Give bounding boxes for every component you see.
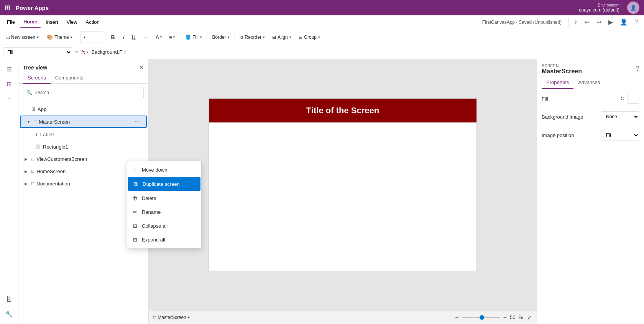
- app-grid-icon[interactable]: ⊞: [5, 3, 10, 12]
- property-select[interactable]: Fill: [3, 47, 72, 57]
- ctx-item-collapse-all[interactable]: ⊟ Collapse all: [127, 219, 201, 233]
- image-position-select[interactable]: Fit: [601, 130, 639, 141]
- theme-icon: 🎨: [47, 34, 53, 40]
- ctx-item-rename[interactable]: ✏ Rename: [127, 205, 201, 219]
- group-icon: ⊟: [299, 35, 302, 40]
- homescreen-expander[interactable]: ▶: [23, 168, 29, 174]
- documentation-icon: □: [31, 181, 34, 186]
- toolbar-sep-2: [105, 33, 105, 42]
- reorder-button[interactable]: ⧉ Reorder ▾: [237, 31, 268, 43]
- fill-button[interactable]: 🪣 Fill ▾: [182, 31, 205, 43]
- border-label: Border: [212, 35, 226, 40]
- border-button[interactable]: Border ▾: [209, 31, 233, 43]
- group-button[interactable]: ⊟ Group ▾: [296, 31, 323, 43]
- italic-button[interactable]: I: [120, 31, 128, 43]
- menu-item-home[interactable]: Home: [20, 17, 41, 28]
- tree-panel-title: Tree view: [23, 64, 47, 71]
- help-icon[interactable]: ?: [631, 17, 641, 27]
- environment-label: Environment: [598, 3, 619, 7]
- play-icon[interactable]: ▶: [605, 17, 616, 27]
- move-down-icon: ↓: [132, 167, 138, 173]
- group-label: Group: [304, 35, 317, 40]
- align-label: Align: [278, 35, 288, 40]
- screen-title-text: Title of the Screen: [306, 106, 379, 116]
- title-bar: ⊞ Power Apps Environment enayu.com (defa…: [0, 0, 644, 15]
- sidebar-components-icon[interactable]: ⊞: [2, 77, 16, 91]
- viewcustomers-expander[interactable]: ▶: [23, 156, 29, 162]
- screen-title-bar: Title of the Screen: [209, 99, 476, 122]
- redo-icon[interactable]: ↪: [593, 17, 605, 27]
- documentation-expander[interactable]: ▶: [23, 180, 29, 187]
- prop-tab-advanced[interactable]: Advanced: [573, 76, 605, 89]
- masterscreen-icon: □: [34, 119, 36, 124]
- fx-button[interactable]: fx ▾: [81, 49, 88, 55]
- align-btn[interactable]: ⊞ Align ▾: [269, 31, 294, 43]
- prop-tab-properties[interactable]: Properties: [542, 76, 573, 89]
- ctx-item-duplicate[interactable]: ⧉ Duplicate screen: [128, 177, 200, 191]
- screen-nav-label: MasterScreen: [158, 315, 186, 320]
- sidebar-tools-icon[interactable]: 🔧: [2, 307, 16, 321]
- tree-item-masterscreen[interactable]: ▾ □ MasterScreen ···: [20, 116, 147, 128]
- ctx-item-move-down[interactable]: ↓ Move down: [127, 163, 201, 177]
- menu-item-insert[interactable]: Insert: [42, 17, 62, 27]
- tree-item-app[interactable]: ⊞ App: [18, 103, 148, 115]
- canvas-bottom-bar: □ MasterScreen ▾ − + 50 % ⤢: [149, 310, 537, 324]
- tab-screens[interactable]: Screens: [23, 73, 51, 84]
- ctx-item-expand-all[interactable]: ⊞ Expand all: [127, 233, 201, 246]
- delete-label: Delete: [142, 195, 156, 201]
- delete-icon: 🗑: [132, 195, 138, 201]
- masterscreen-expander[interactable]: ▾: [25, 119, 31, 125]
- formula-input[interactable]: [91, 47, 641, 57]
- new-screen-label: New screen: [11, 35, 35, 40]
- rename-label: Rename: [142, 209, 161, 215]
- toolbar-sep-4: [207, 33, 207, 42]
- right-panel-help-icon[interactable]: ?: [636, 65, 639, 72]
- masterscreen-label: MasterScreen: [39, 119, 131, 125]
- toolbar-sep-3: [180, 33, 180, 42]
- sidebar-data-icon[interactable]: 🗄: [2, 293, 16, 306]
- close-panel-button[interactable]: ✕: [139, 64, 144, 71]
- avatar[interactable]: 👤: [627, 2, 639, 14]
- underline-button[interactable]: U: [129, 31, 139, 43]
- menu-item-file[interactable]: File: [3, 17, 19, 27]
- screen-nav-caret[interactable]: ▾: [188, 315, 190, 319]
- theme-button[interactable]: 🎨 Theme ▾: [43, 31, 76, 43]
- align-button[interactable]: ≡▾: [166, 31, 178, 43]
- reload-fill-icon[interactable]: ↻: [620, 96, 625, 102]
- zoom-slider[interactable]: [462, 317, 500, 318]
- move-down-label: Move down: [142, 167, 167, 173]
- zoom-minus-button[interactable]: −: [455, 314, 458, 321]
- tree-item-label1[interactable]: T Label1: [18, 128, 148, 141]
- font-color-button[interactable]: A▾: [153, 31, 165, 43]
- sidebar-expand-icon[interactable]: ☰: [2, 62, 16, 76]
- tree-item-rectangle1[interactable]: ⬜ Rectangle1: [18, 141, 148, 153]
- new-screen-button[interactable]: □ New screen ▾: [3, 31, 42, 43]
- undo-icon[interactable]: ↩: [582, 17, 593, 27]
- tree-panel: Tree view ✕ Screens Components 🔍 ⊞ App ▾…: [18, 59, 149, 324]
- fx-caret: ▾: [86, 50, 88, 54]
- health-check-icon[interactable]: ⚕: [571, 17, 581, 27]
- search-input[interactable]: [34, 90, 140, 95]
- image-position-label: Image position: [542, 132, 574, 138]
- strikethrough-button[interactable]: —: [140, 31, 151, 43]
- menu-item-action[interactable]: Action: [82, 17, 104, 27]
- formula-bar: Fill = fx ▾: [0, 45, 644, 59]
- zoom-plus-button[interactable]: +: [503, 314, 507, 321]
- fullscreen-icon[interactable]: ⤢: [527, 314, 532, 321]
- reorder-icon: ⧉: [240, 35, 243, 40]
- canvas-content[interactable]: Title of the Screen: [149, 59, 537, 310]
- ctx-item-delete[interactable]: 🗑 Delete: [127, 191, 201, 205]
- screen-nav: □ MasterScreen ▾: [153, 315, 190, 320]
- tab-components[interactable]: Components: [51, 73, 88, 84]
- bold-button[interactable]: B: [107, 31, 119, 43]
- formula-dropdown[interactable]: ▾: [80, 31, 103, 43]
- menu-item-view[interactable]: View: [63, 17, 81, 27]
- bg-image-select[interactable]: None: [601, 111, 639, 122]
- fill-color-swatch[interactable]: [627, 94, 639, 104]
- sidebar-add-icon[interactable]: +: [2, 91, 16, 105]
- masterscreen-ellipsis[interactable]: ···: [133, 118, 141, 125]
- new-screen-icon: □: [7, 34, 10, 40]
- fx-label: fx: [81, 49, 85, 55]
- user-icon[interactable]: 👤: [617, 17, 631, 27]
- environment-value: enayu.com (default): [579, 7, 619, 13]
